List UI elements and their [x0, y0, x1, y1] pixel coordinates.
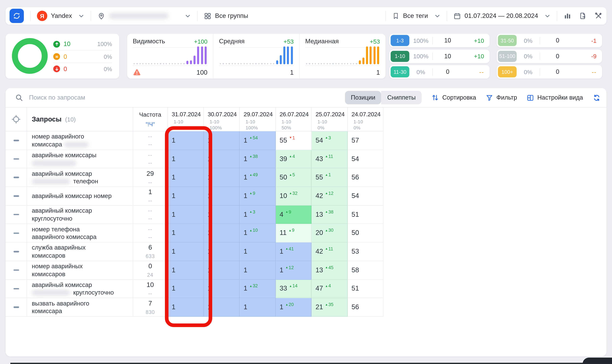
update-positions-icon[interactable]: [593, 93, 601, 102]
date-column-header[interactable]: 26.07.20241-1050%: [276, 107, 311, 131]
bar-chart-icon[interactable]: [564, 12, 571, 20]
metric-sparkline: [305, 48, 380, 66]
query-cell[interactable]: аварийный комиссар круглосуточно: [27, 280, 133, 298]
row-drag-handle[interactable]: [6, 150, 27, 169]
metric-card-Медианная[interactable]: Медианная +53 1: [299, 34, 385, 78]
range-card-1-10[interactable]: 1-10 100% 10 +10: [389, 49, 490, 63]
metric-delta: +53: [284, 38, 294, 45]
position-cell: 1: [168, 187, 204, 205]
range-card-1-3[interactable]: 1-3 100% 10 +10: [389, 34, 490, 47]
row-drag-handle[interactable]: [6, 261, 27, 280]
query-cell[interactable]: аварийный комиссар телефон: [27, 168, 133, 187]
row-drag-handle[interactable]: [6, 205, 27, 224]
top-toolbar: Я Yandex Все группы Все теги 01.07.2024 …: [6, 7, 606, 25]
position-cell: 1: [204, 168, 240, 187]
tags-label: Все теги: [403, 12, 428, 19]
dash-icon: [13, 195, 19, 197]
row-drag-handle[interactable]: [6, 224, 27, 243]
search-icon: [15, 94, 23, 102]
row-drag-handle[interactable]: [6, 243, 27, 261]
dash-icon: [13, 232, 19, 234]
position-delta: ▼1: [289, 135, 295, 140]
groups-label: Все группы: [215, 12, 248, 19]
row-drag-handle[interactable]: [6, 168, 27, 187]
query-cell[interactable]: аварийный комиссаркруглосуточно: [27, 205, 133, 224]
search-input[interactable]: [28, 94, 161, 102]
frequency-value: --: [148, 133, 152, 139]
chevron-down-icon: [434, 13, 440, 19]
query-cell[interactable]: служба аварийныхкомиссаров: [27, 243, 133, 261]
query-cell[interactable]: аварийный комиссар номер: [27, 187, 133, 205]
region-selector[interactable]: [97, 12, 191, 20]
position-value: 1: [172, 174, 175, 182]
range-card-100+[interactable]: 100+ 0% 0 --: [497, 65, 602, 78]
range-card-11-30[interactable]: 11-30 0% 0 --: [389, 65, 490, 78]
query-cell[interactable]: номер аварийногокомиссара: [27, 131, 133, 150]
date-column-header[interactable]: 30.07.20241-10100%: [204, 107, 240, 131]
refresh-button[interactable]: [10, 9, 24, 23]
date-label: 31.07.2024: [172, 111, 202, 117]
range-delta: --: [575, 68, 602, 75]
query-cell[interactable]: вызвать аварийногокомиссара: [27, 298, 133, 317]
row-drag-handle[interactable]: [6, 187, 27, 205]
frequency-cell: ----: [133, 150, 168, 169]
query-cell[interactable]: номер телефонааварийного комиссара: [27, 224, 133, 243]
position-delta: ▲9: [285, 209, 291, 214]
position-cell: 1▲32: [240, 280, 276, 298]
queries-count: (10): [65, 116, 76, 123]
date-range-sub: 1-10: [351, 119, 381, 125]
row-drag-handle[interactable]: [6, 298, 27, 317]
view-settings-button[interactable]: Настройки вида: [527, 94, 583, 102]
date-percent-sub: 50%: [279, 125, 310, 130]
position-cell: 1: [168, 131, 204, 150]
row-drag-handle[interactable]: [6, 131, 27, 150]
tab-positions[interactable]: Позиции: [345, 91, 381, 104]
tab-snippets[interactable]: Сниппеты: [381, 91, 422, 104]
position-value: 1: [172, 229, 175, 237]
chevron-down-icon: [544, 13, 550, 19]
export-icon[interactable]: [579, 12, 587, 20]
range-card-31-50[interactable]: 31-50 0% 0 -1: [497, 34, 602, 47]
position-value: 1: [244, 155, 247, 163]
metric-card-Видимость[interactable]: Видимость +100 100: [127, 34, 213, 78]
range-percent: 100%: [409, 53, 432, 60]
query-cell[interactable]: аварийные комиссары: [27, 150, 133, 169]
date-column-header[interactable]: 31.07.20241-10100%: [168, 107, 204, 131]
position-value: 21: [316, 303, 323, 311]
position-delta: ▲4: [289, 154, 295, 159]
metric-card-Средняя[interactable]: Средняя +53 1: [213, 34, 299, 78]
queries-column-header: Запросы(10): [27, 107, 133, 131]
position-cell: 1: [204, 280, 240, 298]
dash-icon: [13, 251, 19, 252]
range-badge: 1-10: [391, 51, 409, 62]
position-value: 1: [244, 248, 247, 256]
query-text: круглосуточно: [71, 289, 114, 296]
tools-icon[interactable]: [595, 12, 602, 20]
position-value: 53: [351, 248, 359, 256]
row-drag-handle[interactable]: [6, 280, 27, 298]
position-delta: ▲38: [325, 209, 334, 214]
table-columns-icon: [527, 94, 534, 102]
divider: [197, 11, 197, 21]
date-column-header[interactable]: 25.07.20241-100%: [311, 107, 348, 131]
tags-selector[interactable]: Все теги: [392, 12, 440, 19]
metric-title: Медианная: [305, 38, 339, 45]
frequency-column-header[interactable]: Частота"!Ч": [133, 107, 168, 131]
search-engine-selector[interactable]: Я Yandex: [37, 11, 84, 21]
filter-button[interactable]: Фильтр: [486, 94, 517, 102]
search-box[interactable]: [6, 94, 345, 102]
position-cell: 33▲14: [276, 280, 311, 298]
date-column-header[interactable]: 24.07.20241-100%: [348, 107, 384, 131]
sort-button[interactable]: Сортировка: [431, 94, 476, 102]
query-text: аварийного комиссара: [32, 234, 97, 240]
position-delta: ▲5: [289, 172, 295, 177]
date-percent-sub: 0%: [316, 125, 346, 130]
position-cell: 1: [204, 131, 240, 150]
down-count: 0: [64, 65, 67, 73]
groups-selector[interactable]: Все группы: [204, 12, 248, 20]
query-cell[interactable]: номер аварийныхкомиссаров: [27, 261, 133, 280]
position-cell: 21▲35: [311, 298, 348, 317]
range-card-51-100[interactable]: 51-100 0% 0 -9: [497, 49, 602, 63]
date-range-selector[interactable]: 01.07.2024 — 20.08.2024: [453, 12, 550, 20]
date-column-header[interactable]: 29.07.20241-10100%: [240, 107, 276, 131]
